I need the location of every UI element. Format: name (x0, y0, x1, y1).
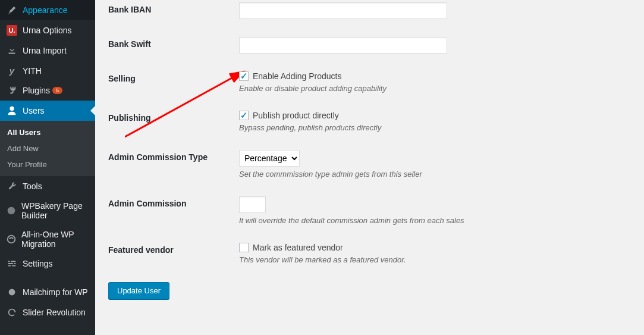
sidebar-item-label: All-in-One WP Migration (21, 230, 89, 249)
sidebar-item-settings[interactable]: Settings (0, 253, 95, 274)
user-icon (6, 105, 18, 116)
sidebar-item-aio-migration[interactable]: All-in-One WP Migration (0, 225, 95, 253)
sidebar-item-users[interactable]: Users (0, 101, 95, 121)
featured-desc: This vendor will be marked as a featured… (239, 255, 644, 264)
featured-vendor-checkbox[interactable] (239, 243, 249, 252)
update-badge: 5 (52, 87, 62, 94)
sidebar-item-urna-options[interactable]: U. Urna Options (0, 20, 95, 40)
sub-all-users[interactable]: All Users (0, 124, 95, 140)
publishing-desc: Bypass pending, publish products directl… (239, 123, 644, 132)
sidebar-item-label: Appearance (23, 5, 68, 15)
label-publishing: Publishing (108, 111, 239, 123)
commission-input[interactable] (239, 196, 266, 213)
urna-icon: U. (6, 25, 18, 36)
sidebar-item-label: Tools (23, 181, 42, 191)
bank-iban-input[interactable] (239, 2, 447, 19)
commission-type-desc: Set the commmission type admin gets from… (239, 170, 644, 179)
row-commission: Admin Commission It will override the de… (108, 196, 644, 225)
wrench-icon (6, 181, 18, 192)
svg-point-2 (9, 289, 15, 296)
sidebar-item-label: Plugins (23, 86, 50, 95)
sidebar-item-label: Urna Import (23, 46, 67, 55)
sidebar-item-appearance[interactable]: Appearance (0, 0, 95, 20)
publish-directly-label: Publish product directly (253, 111, 339, 120)
publish-directly-checkbox[interactable] (239, 111, 249, 120)
sub-add-new[interactable]: Add New (0, 140, 95, 156)
sidebar-item-label: Users (23, 106, 45, 115)
sidebar-item-mailchimp[interactable]: Mailchimp for WP (0, 282, 95, 302)
enable-adding-products-label: Enable Adding Products (253, 71, 341, 81)
featured-vendor-label: Mark as featured vendor (253, 243, 343, 252)
label-selling: Selling (108, 71, 239, 83)
sidebar-item-label: Settings (23, 259, 53, 268)
label-commission-type: Admin Commission Type (108, 150, 239, 162)
yith-icon: y (6, 65, 18, 76)
svg-point-0 (8, 207, 15, 215)
sidebar-item-tools[interactable]: Tools (0, 176, 95, 196)
sidebar-item-label: Urna Options (23, 26, 71, 35)
update-user-button[interactable]: Update User (108, 282, 169, 299)
enable-adding-products-checkbox[interactable] (239, 71, 249, 81)
commission-desc: It will override the default commission … (239, 216, 644, 225)
main-content: Bank IBAN Bank Swift Selling Enable Addi… (95, 0, 644, 335)
row-featured: Featured vendor Mark as featured vendor … (108, 243, 644, 264)
sidebar-item-label: YITH (23, 66, 42, 76)
label-bank-iban: Bank IBAN (108, 2, 239, 14)
sidebar-item-wpbakery[interactable]: WPBakery Page Builder (0, 196, 95, 225)
sidebar-item-plugins[interactable]: Plugins 5 (0, 80, 95, 101)
row-selling: Selling Enable Adding Products Enable or… (108, 71, 644, 93)
download-icon (6, 45, 18, 56)
sidebar-item-slider-revolution[interactable]: Slider Revolution (0, 302, 95, 323)
paintbrush-icon (6, 5, 18, 15)
admin-sidebar: Appearance U. Urna Options Urna Import y… (0, 0, 95, 335)
row-bank-iban: Bank IBAN (108, 2, 644, 19)
svg-point-1 (8, 236, 15, 243)
commission-type-select[interactable]: Percentage (239, 150, 300, 167)
sub-your-profile[interactable]: Your Profile (0, 156, 95, 173)
sidebar-item-label: Mailchimp for WP (23, 287, 88, 297)
sliders-icon (6, 258, 18, 269)
label-bank-swift: Bank Swift (108, 37, 239, 49)
selling-desc: Enable or disable product adding capabil… (239, 84, 644, 93)
label-commission: Admin Commission (108, 196, 239, 208)
plug-icon (6, 85, 18, 96)
mailchimp-icon (6, 287, 18, 298)
refresh-icon (6, 307, 18, 318)
wpbakery-icon (6, 205, 17, 216)
sidebar-item-urna-import[interactable]: Urna Import (0, 40, 95, 61)
label-featured: Featured vendor (108, 243, 239, 255)
row-bank-swift: Bank Swift (108, 37, 644, 54)
row-commission-type: Admin Commission Type Percentage Set the… (108, 150, 644, 179)
sidebar-item-label: Slider Revolution (23, 308, 86, 317)
sidebar-item-yith[interactable]: y YITH (0, 61, 95, 80)
bank-swift-input[interactable] (239, 37, 447, 54)
migration-icon (6, 234, 17, 245)
sidebar-item-label: WPBakery Page Builder (21, 201, 89, 220)
sidebar-submenu: All Users Add New Your Profile (0, 121, 95, 176)
row-publishing: Publishing Publish product directly Bypa… (108, 111, 644, 132)
